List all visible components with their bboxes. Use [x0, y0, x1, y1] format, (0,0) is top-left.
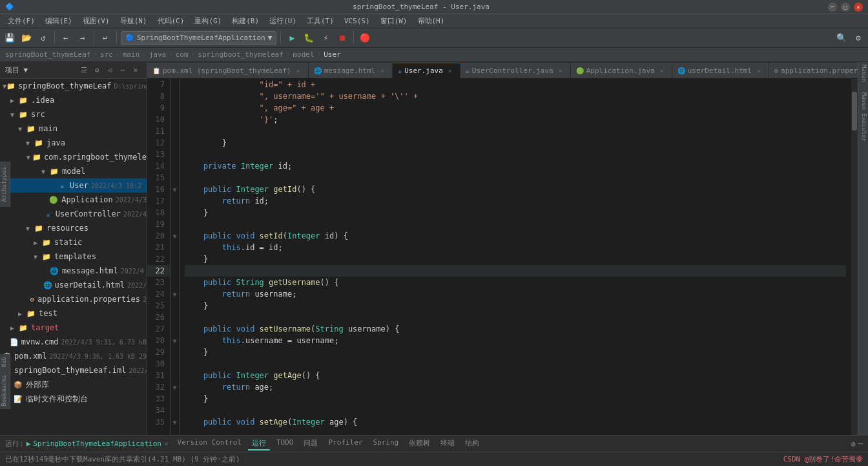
tab-close-icon[interactable]: ✕	[754, 66, 763, 75]
bookmarks-tab[interactable]: Bookmarks	[0, 372, 8, 409]
tree-app-props[interactable]: ⚙ application.properties 2	[0, 292, 147, 306]
breadcrumb-user[interactable]: User	[324, 50, 341, 59]
fold-marker[interactable]	[170, 405, 179, 416]
tab-user[interactable]: ☕ User.java ✕	[393, 63, 460, 78]
toolbar-undo[interactable]: ↩	[98, 31, 112, 45]
fold-marker[interactable]: ▼	[170, 288, 179, 300]
fold-marker[interactable]	[170, 253, 179, 265]
tree-java[interactable]: ▼ 📁 java	[0, 136, 147, 150]
tree-mvnw[interactable]: 📄 mvnw.cmd 2022/4/3 9:31, 6.73 kB	[0, 335, 147, 349]
bottom-tab-structure[interactable]: 结构	[461, 437, 483, 450]
editor-content[interactable]: 7 8 9 10 11 12 13 14 15 16 17 18 19 20 2…	[147, 79, 858, 435]
fold-marker[interactable]	[170, 137, 179, 149]
tree-model[interactable]: ▼ 📁 model	[0, 164, 147, 178]
bottom-tab-terminal[interactable]: 终端	[437, 437, 459, 450]
breadcrumb-com[interactable]: com	[176, 50, 189, 59]
minimize-button[interactable]: ─	[828, 3, 837, 12]
tree-external-libs[interactable]: ▶ 📦 外部库	[0, 377, 147, 392]
fold-marker[interactable]	[170, 265, 179, 277]
fold-marker[interactable]	[170, 195, 179, 207]
tree-user[interactable]: ☕ User 2022/4/3 10:2	[0, 178, 147, 193]
breadcrumb-project[interactable]: springBoot_thymeLeaf	[5, 50, 90, 59]
bottom-tab-vcs[interactable]: Version Control	[174, 437, 245, 450]
menu-view[interactable]: 视图(V)	[78, 15, 115, 27]
fold-marker[interactable]	[170, 172, 179, 184]
tree-userdetail-html[interactable]: 🌐 userDetail.html 2022/	[0, 278, 147, 292]
fold-marker[interactable]	[170, 207, 179, 218]
menu-run[interactable]: 运行(U)	[264, 15, 302, 27]
tree-close[interactable]: ✕	[130, 65, 141, 76]
tree-idea[interactable]: ▶ 📁 .idea	[0, 93, 147, 107]
menu-help[interactable]: 帮助(H)	[413, 15, 450, 27]
tree-com[interactable]: ▼ 📁 com.springboot_thymele	[0, 150, 147, 164]
tree-test[interactable]: ▶ 📁 test	[0, 306, 147, 321]
web-tab[interactable]: Web	[0, 354, 8, 370]
tree-static[interactable]: ▶ 📁 static	[0, 235, 147, 249]
menu-file[interactable]: 文件(F)	[3, 15, 40, 27]
breadcrumb-model[interactable]: model	[293, 50, 314, 59]
fold-marker[interactable]	[170, 242, 179, 253]
tree-main[interactable]: ▼ 📁 main	[0, 122, 147, 136]
tree-application[interactable]: 🟢 Application 2022/4/3	[0, 193, 147, 207]
breadcrumb-src[interactable]: src	[100, 50, 113, 59]
menu-refactor[interactable]: 重构(G)	[189, 15, 227, 27]
tree-hide[interactable]: ◁	[104, 65, 116, 76]
tab-usercontroller[interactable]: ☕ UserController.java ✕	[460, 63, 571, 78]
fold-marker[interactable]	[170, 300, 179, 312]
run-config-name[interactable]: SpringBootThymeLeafApplication	[33, 440, 161, 448]
fold-marker[interactable]	[170, 125, 179, 137]
menu-build[interactable]: 构建(B)	[227, 15, 264, 27]
toolbar-refresh[interactable]: ↺	[36, 31, 50, 45]
bottom-tab-deps[interactable]: 依赖树	[405, 437, 434, 450]
tree-message-html[interactable]: 🌐 message.html 2022/4	[0, 264, 147, 278]
toolbar-debug-btn[interactable]: 🐛	[302, 31, 316, 45]
menu-code[interactable]: 代码(C)	[152, 15, 190, 27]
fold-marker[interactable]	[170, 149, 179, 160]
toolbar-forward[interactable]: →	[76, 31, 90, 45]
fold-marker[interactable]	[170, 114, 179, 125]
tab-message[interactable]: 🌐 message.html ✕	[309, 63, 393, 78]
fold-marker[interactable]: ▼	[170, 230, 179, 242]
bottom-tab-run[interactable]: 运行	[248, 437, 270, 450]
tree-usercontroller[interactable]: ☕ UserController 2022/4	[0, 207, 147, 221]
bottom-tab-profiler[interactable]: Profiler	[324, 437, 366, 450]
menu-edit[interactable]: 编辑(E)	[40, 15, 78, 27]
fold-marker[interactable]: ▼	[170, 184, 179, 195]
toolbar-profile-btn[interactable]: ⚡	[318, 31, 333, 45]
menu-tools[interactable]: 工具(T)	[302, 15, 339, 27]
tab-appprops[interactable]: ⚙ application.properties ✕	[769, 63, 858, 78]
tab-close-icon[interactable]: ✕	[556, 66, 565, 75]
code-editor[interactable]: "id=" + id + ", username='" + username +…	[180, 79, 851, 435]
scrollbar-thumb[interactable]	[852, 92, 857, 131]
run-close-icon[interactable]: ✕	[164, 440, 169, 448]
toolbar-run-btn[interactable]: ▶	[285, 31, 299, 45]
fold-marker[interactable]	[170, 370, 179, 381]
tab-userdetail[interactable]: 🌐 userDetail.html ✕	[672, 63, 769, 78]
tree-scratches[interactable]: ▶ 📝 临时文件和控制台	[0, 392, 147, 406]
fold-marker[interactable]	[170, 312, 179, 323]
maven-panel-tab[interactable]: Maven	[858, 62, 868, 85]
left-web-tab[interactable]: Web Bookmarks	[0, 354, 10, 409]
close-button[interactable]: ✕	[854, 3, 863, 12]
tree-iml[interactable]: 📄 springBoot_thymeLeaf.iml 2022/4	[0, 363, 147, 377]
tree-collapse-all[interactable]: ☰	[78, 65, 90, 76]
fold-marker[interactable]	[170, 346, 179, 358]
maximize-button[interactable]: □	[841, 3, 850, 12]
run-config-dropdown[interactable]: 🔵 SpringBootThymeLeafApplication ▼	[121, 31, 276, 45]
run-settings-icon[interactable]: ⚙	[851, 440, 856, 449]
toolbar-search[interactable]: 🔍	[834, 31, 849, 45]
toolbar-settings[interactable]: ⚙	[851, 31, 865, 45]
fold-marker[interactable]	[170, 393, 179, 405]
toolbar-stop-btn[interactable]: ⏹	[335, 31, 349, 45]
tree-resources[interactable]: ▼ 📁 resources	[0, 221, 147, 235]
fold-marker[interactable]: ▼	[170, 381, 179, 393]
maven-executor-tab[interactable]: Maven Executor	[858, 90, 868, 144]
fold-marker[interactable]	[170, 323, 179, 335]
tab-close-icon[interactable]: ✕	[657, 66, 666, 75]
tree-root[interactable]: ▼ 📁 springBoot_thymeLeaf D:\springBoo	[0, 79, 147, 93]
fold-marker[interactable]	[170, 90, 179, 102]
tab-close-icon[interactable]: ✕	[446, 67, 455, 76]
tab-application[interactable]: 🟢 Application.java ✕	[571, 63, 672, 78]
tree-src[interactable]: ▼ 📁 src	[0, 107, 147, 122]
fold-marker[interactable]	[170, 102, 179, 114]
